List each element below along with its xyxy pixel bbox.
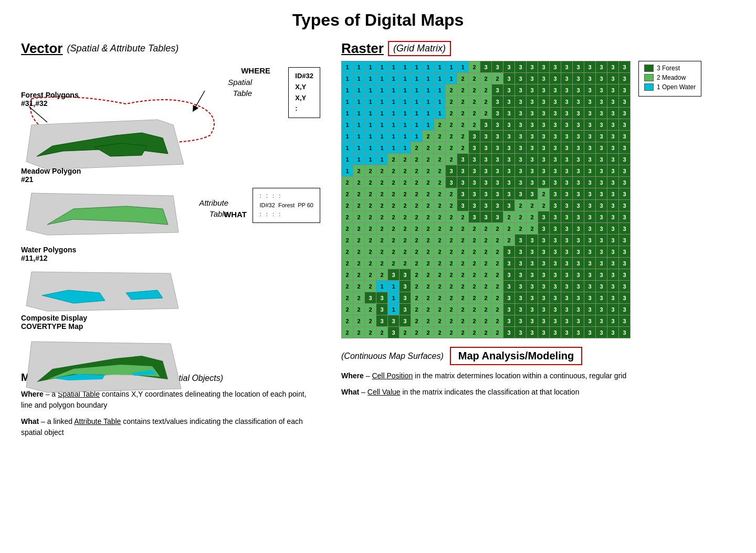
- grid-cell: 2: [457, 327, 469, 338]
- grid-cell: 1: [388, 108, 400, 119]
- grid-cell: 2: [457, 281, 469, 292]
- raster-subtitle: (Grid Matrix): [388, 41, 451, 56]
- grid-cell: 3: [573, 315, 584, 327]
- grid-cell: 2: [365, 258, 376, 269]
- grid-cell: 2: [446, 200, 457, 211]
- grid-cell: 3: [400, 292, 411, 304]
- water-polygon-svg: [21, 264, 189, 314]
- grid-cell: 3: [503, 292, 515, 304]
- grid-cell: 3: [619, 281, 631, 292]
- grid-cell: 1: [411, 131, 423, 142]
- grid-cell: 3: [527, 119, 538, 131]
- grid-cell: 1: [376, 61, 388, 73]
- grid-cell: 2: [434, 258, 446, 269]
- grid-cell: 3: [596, 269, 607, 281]
- grid-cell: 2: [434, 292, 446, 304]
- grid-cell: 3: [561, 223, 573, 235]
- grid-cell: 2: [446, 142, 457, 154]
- page-container: Types of Digital Maps Vector (Spatial & …: [0, 0, 756, 449]
- grid-cell: 2: [492, 327, 503, 338]
- legend-label-forest: 3 Forest: [657, 65, 680, 72]
- grid-cell: 2: [527, 211, 538, 223]
- grid-cell: 2: [411, 258, 423, 269]
- grid-cell: 1: [400, 131, 411, 142]
- grid-cell: 3: [480, 200, 492, 211]
- grid-cell: 3: [503, 315, 515, 327]
- grid-cell: 3: [503, 246, 515, 258]
- grid-cell: 3: [527, 154, 538, 165]
- grid-cell: 1: [388, 119, 400, 131]
- grid-cell: 2: [492, 73, 503, 84]
- grid-cell: 2: [365, 165, 376, 177]
- legend-color-forest: [644, 65, 654, 72]
- grid-cell: 2: [434, 154, 446, 165]
- grid-cell: 3: [527, 258, 538, 269]
- grid-cell: 1: [388, 84, 400, 96]
- grid-cell: 3: [527, 327, 538, 338]
- raster-bottom: (Continuous Map Surfaces) Map Analysis/M…: [341, 347, 735, 365]
- grid-cell: 3: [619, 119, 631, 131]
- grid-cell: 2: [376, 211, 388, 223]
- grid-cell: 2: [434, 177, 446, 188]
- grid-cell: 1: [388, 292, 400, 304]
- grid-cell: 2: [469, 269, 480, 281]
- grid-cell: 3: [538, 119, 550, 131]
- grid-cell: 3: [388, 269, 400, 281]
- grid-cell: 3: [561, 119, 573, 131]
- grid-cell: 2: [342, 223, 353, 235]
- grid-cell: 2: [400, 177, 411, 188]
- grid-cell: 1: [434, 108, 446, 119]
- grid-cell: 2: [411, 211, 423, 223]
- grid-cell: 3: [492, 154, 503, 165]
- grid-cell: 3: [619, 258, 631, 269]
- grid-cell: 2: [400, 188, 411, 200]
- grid-cell: 3: [503, 269, 515, 281]
- grid-cell: 2: [457, 315, 469, 327]
- grid-cell: 3: [480, 61, 492, 73]
- grid-cell: 2: [469, 235, 480, 246]
- grid-cell: 3: [480, 211, 492, 223]
- grid-cell: 2: [423, 235, 434, 246]
- grid-cell: 1: [400, 119, 411, 131]
- grid-cell: 2: [480, 246, 492, 258]
- grid-cell: 2: [376, 258, 388, 269]
- grid-cell: 3: [538, 108, 550, 119]
- grid-cell: 3: [538, 246, 550, 258]
- forest-polygon-svg: [21, 109, 189, 172]
- grid-cell: 2: [388, 223, 400, 235]
- legend-label-meadow: 2 Meadow: [657, 74, 686, 81]
- grid-cell: 3: [561, 188, 573, 200]
- grid-cell: 2: [388, 235, 400, 246]
- grid-cell: 3: [607, 304, 619, 315]
- grid-cell: 2: [365, 269, 376, 281]
- grid-cell: 3: [596, 188, 607, 200]
- grid-cell: 2: [480, 281, 492, 292]
- grid-cell: 3: [457, 188, 469, 200]
- grid-cell: 3: [492, 211, 503, 223]
- grid-cell: 1: [365, 119, 376, 131]
- grid-cell: 3: [596, 258, 607, 269]
- meadow-polygon-svg: [21, 185, 189, 238]
- grid-cell: 2: [423, 154, 434, 165]
- grid-cell: 3: [561, 304, 573, 315]
- grid-cell: 3: [550, 61, 561, 73]
- grid-cell: 1: [342, 165, 353, 177]
- grid-cell: 2: [457, 96, 469, 108]
- grid-cell: 2: [411, 269, 423, 281]
- grid-cell: 2: [388, 258, 400, 269]
- grid-cell: 3: [480, 165, 492, 177]
- grid-cell: 3: [550, 142, 561, 154]
- grid-cell: 2: [434, 281, 446, 292]
- grid-cell: 2: [376, 165, 388, 177]
- grid-cell: 2: [388, 154, 400, 165]
- grid-cell: 1: [388, 73, 400, 84]
- grid-cell: 2: [376, 246, 388, 258]
- grid-cell: 3: [584, 258, 596, 269]
- grid-cell: 3: [607, 188, 619, 200]
- grid-cell: 3: [492, 119, 503, 131]
- grid-cell: 1: [365, 142, 376, 154]
- grid-cell: 3: [584, 304, 596, 315]
- grid-cell: 2: [353, 177, 365, 188]
- grid-cell: 1: [365, 84, 376, 96]
- grid-cell: 2: [365, 246, 376, 258]
